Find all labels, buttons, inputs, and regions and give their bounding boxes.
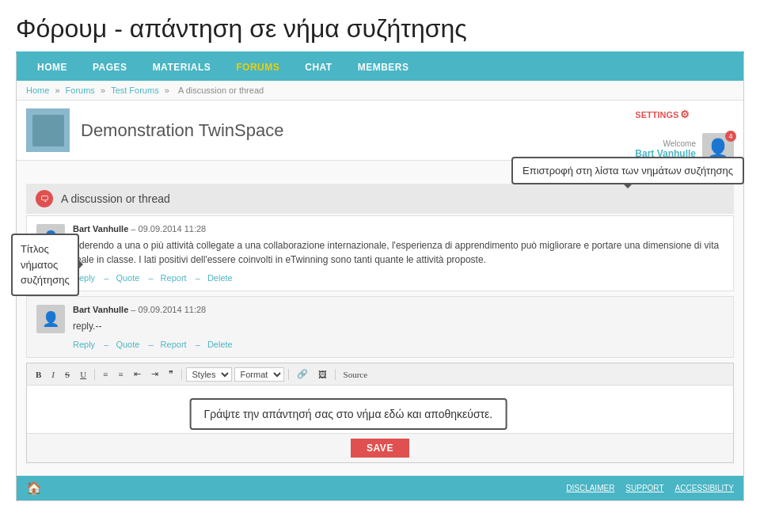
breadcrumb-home[interactable]: Home xyxy=(26,86,49,95)
reply-date: 09.09.2014 11:28 xyxy=(139,305,207,314)
footer-links: DISCLAIMER SUPPORT ACCESSIBILITY xyxy=(566,484,734,492)
main-post: 👤 Bart Vanhulle – 09.09.2014 11:28 Adere… xyxy=(26,215,734,291)
site-logo xyxy=(26,108,70,152)
nav-home[interactable]: HOME xyxy=(25,54,80,81)
reply-author: Bart Vanhulle xyxy=(73,305,128,314)
footer-accessibility[interactable]: ACCESSIBILITY xyxy=(675,484,734,492)
post-body: Aderendo a una o più attività collegate … xyxy=(73,238,724,267)
toolbar-list2[interactable]: ≡ xyxy=(114,367,127,382)
reply-report-link[interactable]: Report xyxy=(161,340,187,349)
reply-reply-link[interactable]: Reply xyxy=(73,340,95,349)
toolbar-format-select[interactable]: Format xyxy=(234,367,284,382)
reply-quote-link[interactable]: Quote xyxy=(116,340,139,349)
post-actions: Reply – Quote – Report – Delete xyxy=(73,273,724,283)
nav-chat[interactable]: CHAT xyxy=(292,54,344,81)
toolbar-underline[interactable]: U xyxy=(76,367,90,382)
nav-pages[interactable]: PAGES xyxy=(80,54,140,81)
callout-title-line1: Τίτλος xyxy=(21,241,70,257)
toolbar-quote[interactable]: ❞ xyxy=(165,367,177,382)
page-title: Φόρουμ - απάντηση σε νήμα συζήτησης xyxy=(16,14,744,44)
reply-meta: Bart Vanhulle – 09.09.2014 11:28 xyxy=(73,305,724,314)
nav-members[interactable]: MEMBERS xyxy=(345,54,422,81)
thread-icon: 🗨 xyxy=(36,190,53,207)
callout-back-text: Επιστροφή στη λίστα των νημάτων συζήτηση… xyxy=(522,165,733,177)
breadcrumb-current: A discussion or thread xyxy=(178,86,264,95)
reply-body: reply.-- xyxy=(73,319,724,333)
post-report-link[interactable]: Report xyxy=(161,273,187,283)
site-header: Demonstration TwinSpace SETTINGS ⚙ Welco… xyxy=(17,101,743,161)
post-quote-link[interactable]: Quote xyxy=(116,273,139,283)
settings-link[interactable]: SETTINGS ⚙ xyxy=(635,108,734,120)
save-btn-row: SAVE xyxy=(27,433,733,462)
toolbar-bold[interactable]: B xyxy=(32,367,45,382)
reply-avatar-icon: 👤 xyxy=(42,310,59,328)
toolbar-italic[interactable]: I xyxy=(48,367,59,382)
thread-icon-symbol: 🗨 xyxy=(40,194,49,203)
toolbar-link[interactable]: 🔗 xyxy=(293,367,312,382)
post-date: 09.09.2014 11:28 xyxy=(139,224,207,234)
reply-post: 👤 Bart Vanhulle – 09.09.2014 11:28 reply… xyxy=(26,296,734,358)
toolbar-separator-3 xyxy=(288,369,289,380)
callout-title-line2: νήματος xyxy=(21,257,70,273)
reply-avatar: 👤 xyxy=(36,305,65,333)
callout-write: Γράψτε την απάντησή σας στο νήμα εδώ και… xyxy=(190,398,507,430)
post-content: Bart Vanhulle – 09.09.2014 11:28 Aderend… xyxy=(73,224,724,283)
callout-title-line3: συζήτησης xyxy=(21,272,70,288)
toolbar-separator-1 xyxy=(94,369,95,380)
toolbar-separator-2 xyxy=(181,369,182,380)
logo-image xyxy=(32,115,64,146)
top-nav: HOME PAGES MATERIALS FORUMS CHAT MEMBERS xyxy=(17,54,743,81)
callout-write-text: Γράψτε την απάντησή σας στο νήμα εδώ και… xyxy=(204,408,493,420)
toolbar-image[interactable]: 🖼 xyxy=(314,367,331,382)
toolbar-indent-left[interactable]: ⇤ xyxy=(130,367,145,382)
reply-content: Bart Vanhulle – 09.09.2014 11:28 reply.-… xyxy=(73,305,724,349)
toolbar-source[interactable]: Source xyxy=(340,367,372,382)
site-name: Demonstration TwinSpace xyxy=(81,120,283,141)
callout-back: Επιστροφή στη λίστα των νημάτων συζήτηση… xyxy=(511,157,744,184)
breadcrumb-forums[interactable]: Forums xyxy=(66,86,95,95)
gear-icon: ⚙ xyxy=(680,108,690,120)
welcome-text: Welcome xyxy=(635,139,696,148)
nav-materials[interactable]: MATERIALS xyxy=(140,54,224,81)
footer-support[interactable]: SUPPORT xyxy=(625,484,663,492)
toolbar-styles-select[interactable]: Styles xyxy=(186,367,232,382)
reply-delete-link[interactable]: Delete xyxy=(207,340,233,349)
footer-disclaimer[interactable]: DISCLAIMER xyxy=(566,484,614,492)
breadcrumb-test-forums[interactable]: Test Forums xyxy=(111,86,159,95)
site-footer: 🏠 DISCLAIMER SUPPORT ACCESSIBILITY xyxy=(17,476,743,500)
post-meta: Bart Vanhulle – 09.09.2014 11:28 xyxy=(73,224,724,234)
callout-title: Τίτλος νήματος συζήτησης xyxy=(11,234,79,296)
post-author: Bart Vanhulle xyxy=(73,224,128,234)
breadcrumb: Home » Forums » Test Forums » A discussi… xyxy=(17,81,743,101)
editor-toolbar: B I S U ≡ ≡ ⇤ ⇥ ❞ Styles Format xyxy=(27,363,733,386)
reply-actions: Reply – Quote – Report – Delete xyxy=(73,340,724,349)
toolbar-separator-4 xyxy=(335,369,336,380)
thread-title: A discussion or thread xyxy=(61,192,170,205)
toolbar-strikethrough[interactable]: S xyxy=(61,367,74,382)
settings-label: SETTINGS xyxy=(635,110,678,120)
browser-frame: HOME PAGES MATERIALS FORUMS CHAT MEMBERS… xyxy=(16,51,744,501)
notification-badge: 4 xyxy=(725,131,736,142)
post-delete-link[interactable]: Delete xyxy=(207,273,233,283)
toolbar-indent-right[interactable]: ⇥ xyxy=(147,367,162,382)
footer-home-icon[interactable]: 🏠 xyxy=(26,481,42,496)
toolbar-list1[interactable]: ≡ xyxy=(99,367,112,382)
nav-forums[interactable]: FORUMS xyxy=(223,54,292,81)
page-title-area: Φόρουμ - απάντηση σε νήμα συζήτησης xyxy=(0,0,760,51)
save-button[interactable]: SAVE xyxy=(351,439,409,458)
